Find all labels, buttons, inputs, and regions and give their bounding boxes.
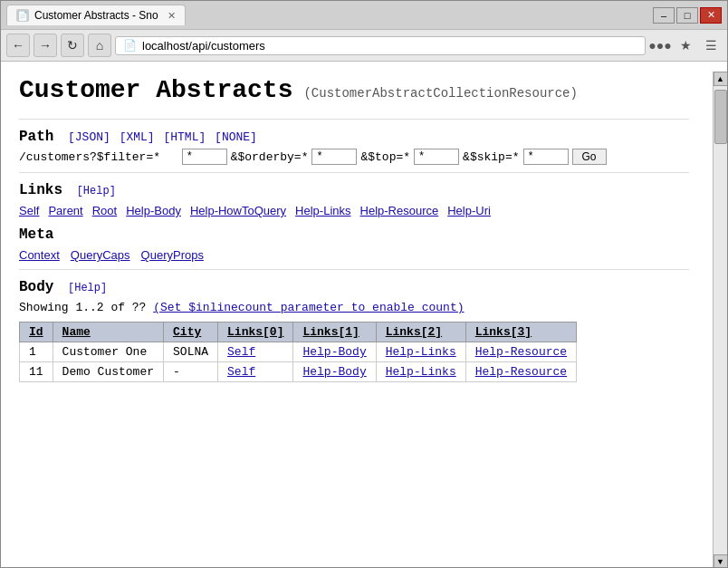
cell-name: Demo Customer bbox=[53, 362, 163, 382]
divider-3 bbox=[19, 269, 689, 270]
col-links0: Links[0] bbox=[218, 323, 293, 342]
close-button[interactable]: ✕ bbox=[700, 7, 722, 24]
scroll-down-button[interactable]: ▼ bbox=[714, 554, 728, 568]
back-button[interactable]: ← bbox=[6, 34, 30, 57]
row-link1[interactable]: Help-Body bbox=[302, 365, 366, 379]
cell-city: - bbox=[164, 362, 218, 382]
results-table: Id Name City Links[0] Links[1] Links[2] … bbox=[19, 322, 577, 382]
body-section: Body [Help] Showing 1..2 of ?? (Set $inl… bbox=[19, 279, 689, 382]
path-section-header: Path [JSON] [XML] [HTML] [NONE] bbox=[19, 129, 689, 145]
row-link0[interactable]: Self bbox=[227, 365, 255, 379]
table-row: 1 Customer One SOLNA Self Help-Body Help… bbox=[20, 342, 577, 362]
skip-input[interactable] bbox=[523, 149, 569, 165]
restore-button[interactable]: □ bbox=[676, 7, 698, 24]
page-subtitle: (CustomerAbstractCollectionResource) bbox=[303, 86, 577, 101]
links-section-header: Links [Help] bbox=[19, 182, 689, 198]
address-bar[interactable]: 📄 localhost/api/customers bbox=[115, 36, 646, 55]
link-root[interactable]: Root bbox=[92, 204, 117, 217]
browser-tab[interactable]: 📄 Customer Abstracts - Sno ✕ bbox=[6, 5, 186, 25]
path-input-row: /customers?$filter=* &$orderby=* &$top=*… bbox=[19, 149, 689, 165]
cell-link0: Self bbox=[218, 342, 293, 362]
row-link3[interactable]: Help-Resource bbox=[475, 345, 567, 359]
row-link1[interactable]: Help-Body bbox=[302, 345, 366, 359]
row-link3[interactable]: Help-Resource bbox=[475, 365, 567, 379]
scroll-up-button[interactable]: ▲ bbox=[714, 72, 728, 86]
meta-links-row: Context QueryCaps QueryProps bbox=[19, 248, 689, 262]
col-city: City bbox=[164, 323, 218, 342]
divider-1 bbox=[19, 119, 689, 120]
cell-city: SOLNA bbox=[164, 342, 218, 362]
nav-extras: ●●● ★ ☰ bbox=[649, 34, 722, 56]
link-help-links[interactable]: Help-Links bbox=[295, 204, 350, 217]
page-content: Customer Abstracts (CustomerAbstractColl… bbox=[1, 62, 707, 559]
cell-link0: Self bbox=[218, 362, 293, 382]
home-button[interactable]: ⌂ bbox=[88, 34, 111, 57]
stats-icon[interactable]: ●●● bbox=[649, 34, 671, 56]
top-text: &$top=* bbox=[360, 150, 410, 164]
top-input[interactable] bbox=[414, 149, 459, 165]
menu-icon[interactable]: ☰ bbox=[700, 34, 722, 56]
cell-link3: Help-Resource bbox=[465, 362, 576, 382]
filter-input[interactable] bbox=[182, 149, 227, 165]
format-json-link[interactable]: [JSON] bbox=[68, 130, 110, 144]
inline-count-link[interactable]: (Set $inlinecount parameter to enable co… bbox=[153, 301, 464, 314]
cell-id: 1 bbox=[20, 342, 53, 362]
body-help-link[interactable]: [Help] bbox=[68, 282, 107, 294]
link-parent[interactable]: Parent bbox=[48, 204, 82, 217]
format-xml-link[interactable]: [XML] bbox=[120, 130, 155, 144]
link-self[interactable]: Self bbox=[19, 204, 39, 217]
window-controls: – □ ✕ bbox=[653, 7, 722, 24]
forward-button[interactable]: → bbox=[34, 34, 57, 57]
cell-link1: Help-Body bbox=[293, 342, 376, 362]
path-orderby-label bbox=[164, 150, 178, 164]
cell-name: Customer One bbox=[53, 342, 163, 362]
meta-section-header: Meta bbox=[19, 226, 689, 243]
links-help-link[interactable]: [Help] bbox=[77, 185, 116, 197]
col-links2: Links[2] bbox=[376, 323, 465, 342]
row-link2[interactable]: Help-Links bbox=[386, 345, 456, 359]
cell-link1: Help-Body bbox=[293, 362, 376, 382]
star-icon[interactable]: ★ bbox=[675, 34, 696, 56]
skip-text: &$skip=* bbox=[463, 150, 519, 164]
address-text: localhost/api/customers bbox=[142, 39, 637, 53]
cell-link2: Help-Links bbox=[376, 342, 465, 362]
table-header-row: Id Name City Links[0] Links[1] Links[2] … bbox=[20, 323, 577, 342]
meta-context-link[interactable]: Context bbox=[19, 248, 60, 262]
minimize-button[interactable]: – bbox=[653, 7, 675, 24]
tab-title: Customer Abstracts - Sno bbox=[34, 9, 158, 22]
tab-close-button[interactable]: ✕ bbox=[168, 10, 176, 22]
link-help-resource[interactable]: Help-Resource bbox=[360, 204, 439, 217]
link-help-howtoquery[interactable]: Help-HowToQuery bbox=[190, 204, 286, 217]
page-title: Customer Abstracts bbox=[19, 76, 292, 104]
col-id: Id bbox=[20, 323, 53, 342]
showing-text: Showing 1..2 of ?? (Set $inlinecount par… bbox=[19, 301, 689, 314]
orderby-input[interactable] bbox=[311, 149, 357, 165]
row-link0[interactable]: Self bbox=[227, 345, 255, 359]
tab-favicon: 📄 bbox=[16, 9, 29, 22]
scrollbar[interactable]: ▲ ▼ bbox=[713, 72, 727, 568]
scroll-thumb[interactable] bbox=[714, 90, 727, 144]
format-none-link[interactable]: [NONE] bbox=[215, 130, 257, 144]
table-row: 11 Demo Customer - Self Help-Body Help-L… bbox=[20, 362, 577, 382]
divider-2 bbox=[19, 172, 689, 173]
reload-button[interactable]: ↻ bbox=[61, 34, 84, 57]
format-html-link[interactable]: [HTML] bbox=[163, 130, 206, 144]
cell-id: 11 bbox=[20, 362, 53, 382]
meta-querycaps-link[interactable]: QueryCaps bbox=[71, 248, 130, 262]
row-link2[interactable]: Help-Links bbox=[386, 365, 456, 379]
go-button[interactable]: Go bbox=[572, 149, 607, 165]
body-section-header: Body [Help] bbox=[19, 279, 689, 295]
scroll-track bbox=[714, 86, 727, 554]
link-help-body[interactable]: Help-Body bbox=[126, 204, 181, 217]
meta-queryprops-link[interactable]: QueryProps bbox=[141, 248, 204, 262]
title-bar: 📄 Customer Abstracts - Sno ✕ – □ ✕ bbox=[1, 1, 727, 30]
col-links1: Links[1] bbox=[293, 323, 376, 342]
link-help-uri[interactable]: Help-Uri bbox=[447, 204, 491, 217]
nav-bar: ← → ↻ ⌂ 📄 localhost/api/customers ●●● ★ … bbox=[1, 30, 727, 62]
browser-window: 📄 Customer Abstracts - Sno ✕ – □ ✕ ← → ↻… bbox=[0, 0, 728, 568]
cell-link2: Help-Links bbox=[376, 362, 465, 382]
orderby-text: &$orderby=* bbox=[231, 150, 309, 164]
col-name: Name bbox=[53, 323, 163, 342]
col-links3: Links[3] bbox=[465, 323, 576, 342]
links-row: Self Parent Root Help-Body Help-HowToQue… bbox=[19, 204, 689, 217]
